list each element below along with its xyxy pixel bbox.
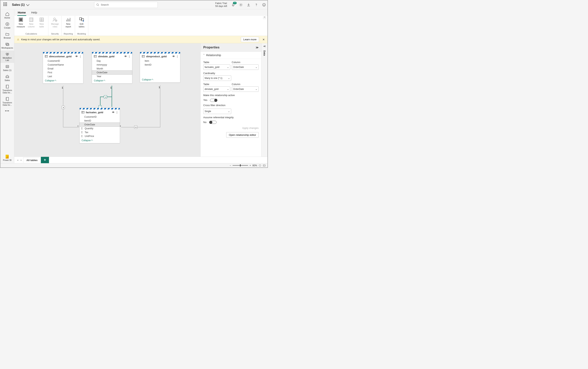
svg-point-5	[264, 4, 264, 4]
nav-transform-1[interactable]: Transform Data for...	[0, 83, 14, 95]
trial-status[interactable]: Fabric Trial: 59 days left	[215, 2, 227, 8]
document-title[interactable]: Sales (1)	[12, 3, 29, 7]
model-canvas[interactable]: 1 ▾ * 1 ◂ * 1 ▾ * dimcustomer_gold👁⋮	[14, 43, 200, 157]
nav-transform-2[interactable]: Transform Data for...	[0, 95, 14, 108]
field[interactable]: ItemID	[140, 63, 180, 67]
eye-icon[interactable]: 👁	[112, 111, 115, 114]
collapse-toggle[interactable]: Collapse	[92, 78, 132, 83]
new-report-button[interactable]: Newreport	[63, 17, 73, 28]
settings-button[interactable]	[239, 3, 243, 7]
field[interactable]: ΣUnitPrice	[80, 134, 120, 138]
cardinality-select[interactable]: Many to one (*:1)⌄	[203, 75, 231, 81]
new-measure-button[interactable]: Newmeasure	[16, 17, 26, 28]
from-column-select[interactable]: OrderDate⌄	[232, 64, 259, 70]
collapse-toggle[interactable]: Collapse	[80, 138, 120, 143]
more-icon[interactable]: ⋮	[79, 55, 81, 58]
field[interactable]: Item	[140, 59, 180, 63]
expand-data-pane[interactable]: ≪	[263, 45, 266, 48]
field[interactable]: Year	[92, 74, 132, 78]
field-selected[interactable]: OrderDate	[92, 70, 132, 75]
add-page-button[interactable]: +	[41, 157, 49, 163]
ellipsis-icon: •••	[5, 109, 10, 113]
left-nav: Home Create Browse Workspaces Medallion …	[0, 9, 14, 163]
help-button[interactable]	[254, 3, 258, 7]
new-column-button: Newcolumn	[26, 17, 36, 28]
field[interactable]: CustomerID	[80, 115, 120, 119]
field[interactable]: First	[43, 71, 83, 74]
svg-point-0	[97, 4, 98, 5]
nav-browse[interactable]: Browse	[0, 31, 14, 41]
field[interactable]: Last	[43, 74, 83, 78]
svg-rect-33	[142, 55, 145, 58]
entity-dimproduct[interactable]: dimproduct_gold👁⋮ Item ItemID Collapse	[140, 52, 180, 82]
edit-tables-button[interactable]: Edittables	[77, 17, 87, 28]
to-table-select[interactable]: dimdate_gold⌄	[203, 86, 230, 92]
learn-more-button[interactable]: Learn more	[241, 37, 259, 42]
next-page[interactable]: ▸	[20, 159, 23, 162]
ribbon-collapse[interactable]: ⌃	[263, 16, 266, 19]
nav-sales[interactable]: Sales	[0, 73, 14, 83]
to-column-select[interactable]: OrderDate⌄	[232, 86, 259, 92]
field[interactable]: Email	[43, 67, 83, 71]
nav-medallion-lab[interactable]: Medallion Lab	[0, 51, 14, 63]
field[interactable]: Month	[92, 67, 132, 71]
open-relationship-editor-button[interactable]: Open relationship editor	[226, 132, 259, 138]
collapse-toggle[interactable]: Collapse	[140, 77, 180, 82]
collapse-pane-icon[interactable]: ≫	[256, 46, 259, 49]
zoom-slider[interactable]	[233, 165, 248, 166]
chevron-up-icon	[54, 80, 56, 82]
more-icon[interactable]: ⋮	[176, 55, 179, 58]
brand-powerbi[interactable]: Power BI	[3, 153, 11, 163]
search-input[interactable]: Search	[94, 2, 158, 8]
svg-point-4	[263, 3, 265, 6]
nav-sales-1[interactable]: Sales (1)	[0, 63, 14, 73]
collapse-toggle[interactable]: Collapse	[43, 78, 83, 83]
more-icon[interactable]: ⋮	[116, 111, 118, 114]
field[interactable]: mmmyyyy	[92, 63, 132, 67]
notifications-button[interactable]: 77	[231, 3, 235, 7]
prev-page[interactable]: ◂	[16, 159, 20, 162]
field[interactable]: CustomerName	[43, 63, 83, 67]
svg-rect-19	[6, 97, 9, 101]
nav-workspaces[interactable]: Workspaces	[0, 41, 14, 51]
field[interactable]: ΣQuantity	[80, 126, 120, 130]
zoom-out[interactable]: −	[230, 164, 231, 167]
field[interactable]: ΣTax	[80, 130, 120, 134]
eye-icon[interactable]: 👁	[75, 55, 78, 58]
nav-more[interactable]: •••	[0, 108, 14, 114]
powerbi-icon	[6, 155, 9, 159]
entity-dimcustomer[interactable]: dimcustomer_gold👁⋮ CustomerID CustomerNa…	[43, 52, 83, 83]
tab-all-tables[interactable]: All tables	[23, 157, 41, 163]
active-toggle[interactable]	[210, 99, 217, 102]
tab-help[interactable]: Help	[31, 10, 38, 16]
svg-rect-18	[6, 85, 9, 88]
download-button[interactable]	[247, 3, 251, 7]
field[interactable]: ItemID	[80, 119, 120, 123]
field[interactable]: Day	[92, 59, 132, 63]
eye-icon[interactable]: 👁	[172, 55, 175, 58]
page-tabs-bar: ◂ ▸ All tables +	[14, 157, 267, 163]
from-table-select[interactable]: factsales_gold⌄	[203, 64, 230, 70]
ref-integrity-toggle[interactable]	[209, 121, 217, 124]
lakehouse-icon	[5, 74, 10, 79]
app-launcher-icon[interactable]	[3, 2, 8, 7]
feedback-button[interactable]	[262, 3, 266, 7]
tab-home[interactable]: Home	[17, 10, 26, 16]
field-selected[interactable]: OrderDate	[80, 123, 120, 127]
nav-create[interactable]: Create	[0, 20, 14, 31]
refresh-icon[interactable]	[259, 164, 261, 167]
more-icon[interactable]: ⋮	[128, 55, 131, 58]
fit-to-page-icon[interactable]	[263, 164, 265, 167]
svg-rect-22	[21, 19, 22, 20]
eye-icon[interactable]: 👁	[124, 55, 127, 58]
data-pane-label[interactable]: Data	[263, 50, 266, 56]
entity-factsales[interactable]: factsales_gold👁⋮ CustomerID ItemID Order…	[80, 108, 120, 143]
nav-home[interactable]: Home	[0, 10, 14, 20]
field[interactable]: CustomerID	[43, 59, 83, 63]
banner-close[interactable]: ✕	[263, 38, 265, 41]
svg-point-27	[54, 18, 55, 20]
zoom-in[interactable]: +	[250, 164, 251, 167]
section-relationship[interactable]: ˄Relationship	[201, 52, 261, 59]
cross-filter-select[interactable]: Single⌄	[203, 109, 231, 114]
entity-dimdate[interactable]: dimdate_gold👁⋮ Day mmmyyyy Month OrderDa…	[92, 52, 132, 83]
